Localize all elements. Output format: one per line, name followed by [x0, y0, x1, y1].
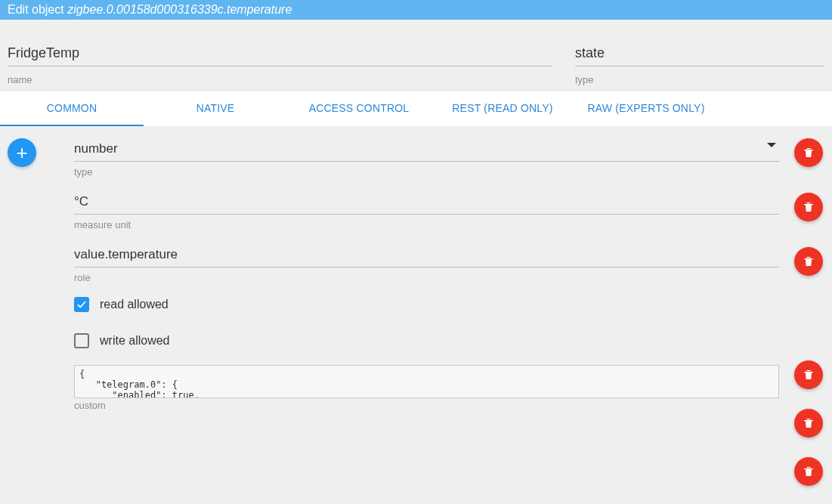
caret-down-icon	[767, 143, 776, 147]
tab-raw[interactable]: RAW (EXPERTS ONLY)	[574, 91, 718, 126]
delete-type-button[interactable]	[794, 138, 823, 167]
write-checkbox[interactable]	[74, 333, 89, 348]
delete-role-button[interactable]	[794, 247, 823, 276]
common-type-select[interactable]	[74, 137, 779, 162]
tab-bar: COMMON NATIVE ACCESS CONTROL REST (READ …	[0, 91, 832, 126]
common-role-label: role	[74, 272, 779, 283]
check-icon	[76, 299, 87, 310]
common-type-label: type	[74, 166, 779, 178]
delete-read-button[interactable]	[794, 360, 823, 389]
name-input[interactable]	[8, 42, 552, 66]
delete-write-button[interactable]	[794, 409, 823, 438]
common-unit-label: measure unit	[74, 219, 779, 230]
custom-json-textarea[interactable]: { "telegram.0": { "enabled": true,	[74, 365, 779, 398]
delete-custom-button[interactable]	[794, 457, 823, 486]
trash-icon	[803, 369, 815, 381]
row-role	[74, 243, 779, 267]
row-unit	[74, 190, 779, 215]
tab-rest[interactable]: REST (READ ONLY)	[431, 91, 574, 126]
common-unit-input[interactable]	[74, 190, 779, 215]
content-area: + type measure unit role read allowed wr…	[0, 126, 832, 411]
spacer	[794, 301, 823, 335]
trash-icon	[803, 465, 815, 478]
trash-icon	[803, 147, 815, 159]
trash-icon	[803, 255, 815, 267]
custom-label: custom	[74, 400, 779, 411]
type-select[interactable]	[575, 42, 824, 66]
row-write: write allowed	[74, 333, 779, 348]
tab-access-control[interactable]: ACCESS CONTROL	[287, 91, 431, 126]
form-area: type measure unit role read allowed writ…	[74, 137, 779, 411]
dialog-title: Edit object zigbee.0.00158d000316339c.te…	[0, 0, 832, 20]
type-label: type	[575, 74, 824, 85]
common-role-input[interactable]	[74, 243, 779, 267]
row-read: read allowed	[74, 297, 779, 312]
name-label: name	[8, 74, 552, 85]
read-checkbox[interactable]	[74, 297, 89, 312]
trash-icon	[803, 417, 815, 429]
trash-icon	[803, 201, 815, 213]
tab-native[interactable]: NATIVE	[144, 91, 287, 126]
header-fields: name type	[0, 20, 832, 91]
title-prefix: Edit object	[8, 3, 67, 16]
row-type	[74, 137, 779, 162]
write-label: write allowed	[100, 334, 169, 348]
tab-common[interactable]: COMMON	[0, 91, 144, 126]
read-label: read allowed	[100, 298, 169, 311]
delete-column	[794, 138, 823, 486]
delete-unit-button[interactable]	[794, 193, 823, 221]
plus-icon: +	[16, 141, 27, 165]
title-object-id: zigbee.0.00158d000316339c.temperature	[67, 3, 292, 16]
add-button[interactable]: +	[8, 138, 36, 167]
